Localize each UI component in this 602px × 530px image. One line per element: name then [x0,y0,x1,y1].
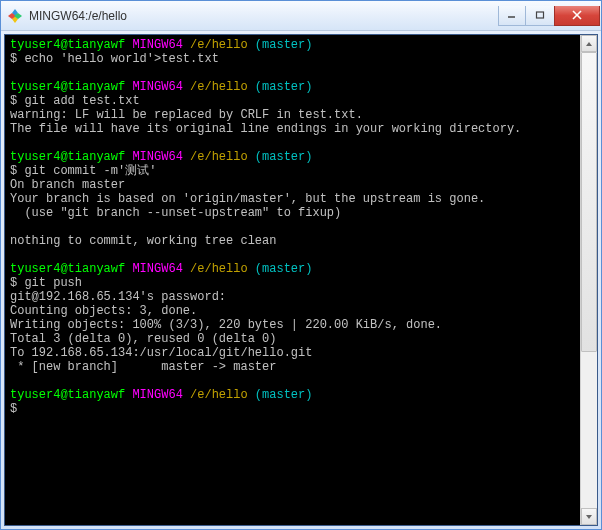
prompt-user: tyuser4@tianyawf [10,262,125,276]
prompt-user: tyuser4@tianyawf [10,80,125,94]
output-line: * [new branch] master -> master [10,360,276,374]
command-line: $ git commit -m'测试' [10,164,156,178]
output-line: To 192.168.65.134:/usr/local/git/hello.g… [10,346,312,360]
terminal-output[interactable]: tyuser4@tianyawf MINGW64 /e/hello (maste… [5,35,580,525]
close-icon [571,9,583,21]
command-line: $ [10,402,17,416]
output-line: Your branch is based on 'origin/master',… [10,192,485,206]
scrollbar[interactable] [580,35,597,525]
prompt-path: /e/hello [190,262,248,276]
titlebar[interactable]: MINGW64:/e/hello [1,1,601,31]
maximize-button[interactable] [526,6,554,26]
command-line: $ git push [10,276,82,290]
output-line: On branch master [10,178,125,192]
prompt-branch: (master) [255,388,313,402]
minimize-icon [507,10,517,20]
prompt-host: MINGW64 [132,80,182,94]
svg-marker-9 [586,515,592,519]
prompt-host: MINGW64 [132,388,182,402]
maximize-icon [535,10,545,20]
scroll-up-button[interactable] [581,35,597,52]
prompt-branch: (master) [255,150,313,164]
svg-marker-8 [586,42,592,46]
output-line: Counting objects: 3, done. [10,304,197,318]
prompt-path: /e/hello [190,388,248,402]
close-button[interactable] [554,6,600,26]
prompt-host: MINGW64 [132,38,182,52]
minimize-button[interactable] [498,6,526,26]
svg-rect-5 [537,12,544,18]
chevron-up-icon [585,40,593,48]
prompt-user: tyuser4@tianyawf [10,38,125,52]
prompt-user: tyuser4@tianyawf [10,388,125,402]
window-controls [498,6,600,26]
prompt-branch: (master) [255,262,313,276]
scroll-down-button[interactable] [581,508,597,525]
output-line: Writing objects: 100% (3/3), 220 bytes |… [10,318,442,332]
window-frame: MINGW64:/e/hello tyuser4@tianyawf MINGW6… [0,0,602,530]
output-line: git@192.168.65.134's password: [10,290,226,304]
prompt-path: /e/hello [190,150,248,164]
command-line: $ git add test.txt [10,94,140,108]
output-line: Total 3 (delta 0), reused 0 (delta 0) [10,332,276,346]
scrollbar-thumb[interactable] [581,52,597,352]
output-line: (use "git branch --unset-upstream" to fi… [10,206,341,220]
prompt-host: MINGW64 [132,150,182,164]
prompt-path: /e/hello [190,80,248,94]
prompt-path: /e/hello [190,38,248,52]
prompt-host: MINGW64 [132,262,182,276]
prompt-branch: (master) [255,38,313,52]
output-line: warning: LF will be replaced by CRLF in … [10,108,363,122]
prompt-user: tyuser4@tianyawf [10,150,125,164]
output-line: nothing to commit, working tree clean [10,234,276,248]
app-icon [7,8,23,24]
output-line: The file will have its original line end… [10,122,521,136]
chevron-down-icon [585,513,593,521]
command-line: $ echo 'hello world'>test.txt [10,52,219,66]
terminal-area: tyuser4@tianyawf MINGW64 /e/hello (maste… [4,34,598,526]
window-title: MINGW64:/e/hello [29,9,498,23]
prompt-branch: (master) [255,80,313,94]
